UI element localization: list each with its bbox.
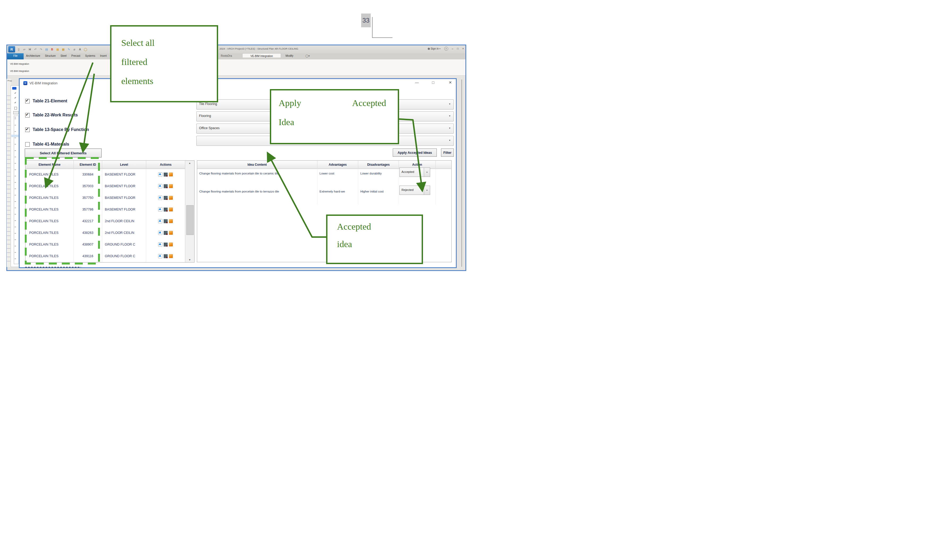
- sync-icon[interactable]: H: [28, 48, 32, 51]
- select-arrow-icon[interactable]: [158, 242, 162, 246]
- ribbon-button-ve-bim-1[interactable]: VE-BIM Integration: [10, 63, 29, 65]
- quick-access-toolbar: R ▯ ▱ H ↶ ↷ ▤ B ▦ ▦ ✎ ⌀ A ◯ 2024 - ARCH …: [7, 45, 466, 53]
- annotation-apply-accepted-box: Apply Accepted Idea: [270, 89, 399, 144]
- dialog-maximize-button[interactable]: □: [432, 80, 434, 85]
- element-row[interactable]: PORCELAIN TILES 432217 2nd FLOOR CEILIN: [25, 215, 185, 227]
- select-arrow-icon[interactable]: [158, 254, 162, 258]
- element-row[interactable]: PORCELAIN TILES 330684 BASEMENT FLOOR: [25, 169, 185, 180]
- mail-icon[interactable]: ▦: [61, 48, 65, 51]
- schedule-grid-icon[interactable]: [163, 196, 168, 200]
- dialog-app-icon: R: [23, 81, 27, 85]
- dialog-minimize-button[interactable]: —: [415, 80, 419, 85]
- section-icon[interactable]: ⌀: [72, 48, 76, 51]
- select-arrow-icon[interactable]: [158, 196, 162, 200]
- checkbox-table-41[interactable]: Table 41-Materials: [25, 142, 69, 147]
- select-arrow-icon[interactable]: [158, 172, 162, 177]
- element-row[interactable]: PORCELAIN TILES 438907 GROUND FLOOR C: [25, 238, 185, 250]
- ribbon-button-ve-bim-2[interactable]: VE-BIM Integration: [10, 70, 29, 72]
- select-arrow-icon[interactable]: [158, 184, 162, 188]
- background-panel-edge: [461, 80, 462, 267]
- render-icon[interactable]: ◯: [83, 48, 88, 51]
- tab-precast[interactable]: Precast: [69, 53, 83, 59]
- chevron-down-icon: ▾: [449, 127, 450, 129]
- help-icon[interactable]: ?: [444, 47, 448, 51]
- tab-partial[interactable]: RootsDra: [218, 53, 241, 57]
- tab-extra-caret-icon[interactable]: ◯▾: [303, 53, 312, 57]
- isolate-shield-icon[interactable]: [169, 254, 173, 258]
- checkbox-table-13[interactable]: ✔ Table 13-Space By Function: [25, 127, 89, 132]
- select-arrow-icon[interactable]: [158, 207, 162, 212]
- folder-icon[interactable]: ▦: [56, 48, 60, 51]
- element-row[interactable]: PORCELAIN TILES 439116 GROUND FLOOR C: [25, 250, 185, 262]
- isolate-shield-icon[interactable]: [169, 231, 173, 235]
- element-row[interactable]: PORCELAIN TILES 357003 BASEMENT FLOOR: [25, 180, 185, 192]
- element-row[interactable]: PORCELAIN TILES 357786 BASEMENT FLOOR: [25, 204, 185, 215]
- schedule-grid-icon[interactable]: [163, 172, 168, 177]
- chevron-down-icon[interactable]: ▾: [424, 186, 430, 195]
- dialog-titlebar[interactable]: R VE-BIM Integration: [23, 81, 58, 85]
- sign-in-button[interactable]: Sign in ▾: [428, 47, 441, 50]
- print-icon[interactable]: B: [50, 48, 54, 51]
- tab-systems[interactable]: Systems: [83, 53, 98, 59]
- crop-corner-bracket: [372, 17, 392, 38]
- element-row[interactable]: PORCELAIN TILES 438263 2nd FLOOR CEILIN: [25, 227, 185, 238]
- action-combo-accepted[interactable]: Accepted ▾: [399, 168, 430, 177]
- measure-icon[interactable]: ✎: [67, 48, 71, 51]
- revit-minimize-button[interactable]: –: [452, 47, 453, 50]
- figure-canvas: 33 R ▯ ▱ H ↶ ↷ ▤ B ▦ ▦ ✎ ⌀ A ◯ 2024 - AR…: [0, 0, 467, 280]
- select-arrow-icon[interactable]: [158, 231, 162, 235]
- save-icon[interactable]: ▤: [45, 48, 49, 51]
- revit-maximize-button[interactable]: □: [457, 47, 458, 50]
- tab-ve-bim-integration[interactable]: VE-BIM Integration: [242, 53, 281, 57]
- isolate-shield-icon[interactable]: [169, 219, 173, 223]
- text-icon[interactable]: A: [78, 48, 82, 51]
- tab-file[interactable]: File: [7, 53, 24, 59]
- filter-button[interactable]: Filter: [441, 148, 454, 157]
- checkbox-table-21[interactable]: ✔ Table 21-Element: [25, 98, 67, 103]
- hidden-list: [14, 115, 19, 264]
- tab-insert[interactable]: Insert: [98, 53, 109, 59]
- revit-close-button[interactable]: ×: [462, 47, 464, 50]
- tab-steel[interactable]: Steel: [58, 53, 69, 59]
- scroll-down-icon[interactable]: ▼: [185, 258, 194, 261]
- action-combo-rejected[interactable]: Rejected ▾: [399, 186, 430, 195]
- isolate-shield-icon[interactable]: [169, 207, 173, 212]
- open-icon[interactable]: ▱: [22, 48, 26, 51]
- scroll-up-icon[interactable]: ▲: [185, 162, 194, 165]
- schedule-grid-icon[interactable]: [163, 254, 168, 258]
- ribbon-panel: VE-BIM Integration VE-BIM Integration: [7, 59, 466, 75]
- revit-title: 2024 - ARCH Project3 (+TILES) - Structur…: [219, 47, 341, 50]
- scrollbar-thumb[interactable]: [186, 205, 194, 235]
- element-row[interactable]: PORCELAIN TILES 357750 BASEMENT FLOOR: [25, 192, 185, 204]
- schedule-grid-icon[interactable]: [163, 184, 168, 188]
- schedule-grid-icon[interactable]: [163, 231, 168, 235]
- checkbox-checked-icon: ✔: [25, 99, 30, 103]
- dialog-close-button[interactable]: ✕: [449, 80, 452, 85]
- schedule-grid-icon[interactable]: [163, 242, 168, 246]
- select-arrow-icon[interactable]: [158, 219, 162, 223]
- hidden-button: [13, 111, 19, 114]
- tab-structure[interactable]: Structure: [42, 53, 58, 59]
- chevron-down-icon[interactable]: ▾: [424, 168, 430, 177]
- redo-icon[interactable]: ↷: [39, 48, 43, 51]
- schedule-grid-icon[interactable]: [163, 207, 168, 212]
- isolate-shield-icon[interactable]: [169, 242, 173, 246]
- isolate-shield-icon[interactable]: [169, 196, 173, 200]
- undo-icon[interactable]: ↶: [34, 48, 37, 51]
- annotation-accepted-idea-box: Accepted idea: [326, 214, 423, 264]
- tab-architecture[interactable]: Architecture: [24, 53, 42, 59]
- elements-scrollbar[interactable]: ▲ ▼: [185, 161, 194, 262]
- checkbox-table-22[interactable]: ✔ Table 22-Work Results: [25, 113, 78, 117]
- select-all-filtered-elements-button[interactable]: Select All Filtered Elements: [25, 148, 102, 157]
- isolate-shield-icon[interactable]: [169, 172, 173, 177]
- checkbox-checked-icon: ✔: [25, 113, 30, 117]
- isolate-shield-icon[interactable]: [169, 184, 173, 188]
- elements-table: Element Name Element ID Level Actions PO…: [25, 160, 194, 263]
- schedule-grid-icon[interactable]: [163, 219, 168, 223]
- apply-accepted-ideas-button[interactable]: Apply Accepted Ideas: [393, 148, 437, 157]
- chevron-down-icon: ▾: [449, 139, 450, 142]
- hidden-checkbox-icon: ✔: [14, 101, 17, 104]
- new-doc-icon[interactable]: ▯: [17, 48, 21, 51]
- tab-modify[interactable]: Modify: [283, 53, 296, 57]
- revit-app-button[interactable]: R: [8, 46, 15, 52]
